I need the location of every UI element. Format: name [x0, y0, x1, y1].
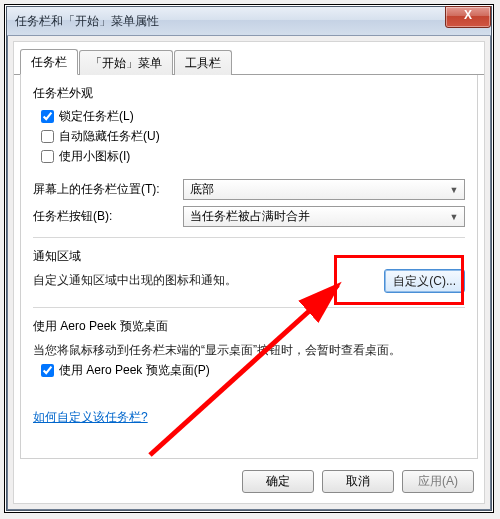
help-link[interactable]: 如何自定义该任务栏?: [33, 409, 148, 426]
window-title: 任务栏和「开始」菜单属性: [15, 13, 159, 30]
separator: [33, 307, 465, 308]
position-combo[interactable]: 底部 ▼: [183, 179, 465, 200]
buttons-label: 任务栏按钮(B):: [33, 208, 183, 225]
tab-start-menu[interactable]: 「开始」菜单: [79, 50, 173, 75]
autohide-checkbox[interactable]: [41, 130, 54, 143]
position-value: 底部: [190, 181, 214, 198]
tab-page-taskbar: 任务栏外观 锁定任务栏(L) 自动隐藏任务栏(U) 使用小图标(I) 屏幕上的任…: [20, 75, 478, 459]
small-icons-checkbox[interactable]: [41, 150, 54, 163]
autohide-row[interactable]: 自动隐藏任务栏(U): [41, 128, 465, 145]
small-icons-label: 使用小图标(I): [59, 148, 130, 165]
tab-strip: 任务栏 「开始」菜单 工具栏: [14, 48, 484, 75]
lock-taskbar-checkbox[interactable]: [41, 110, 54, 123]
group-aero-peek: 使用 Aero Peek 预览桌面 当您将鼠标移动到任务栏末端的“显示桌面”按钮…: [33, 318, 465, 379]
group-appearance-title: 任务栏外观: [33, 85, 465, 102]
buttons-combo[interactable]: 当任务栏被占满时合并 ▼: [183, 206, 465, 227]
buttons-row: 任务栏按钮(B): 当任务栏被占满时合并 ▼: [33, 206, 465, 227]
properties-dialog: 任务栏和「开始」菜单属性 X 任务栏 「开始」菜单 工具栏 任务栏外观 锁定任务…: [6, 6, 492, 511]
customize-button[interactable]: 自定义(C)...: [384, 269, 465, 293]
client-area: 任务栏 「开始」菜单 工具栏 任务栏外观 锁定任务栏(L) 自动隐藏任务栏(U)…: [13, 41, 485, 504]
aero-peek-desc: 当您将鼠标移动到任务栏末端的“显示桌面”按钮时，会暂时查看桌面。: [33, 341, 465, 359]
tab-toolbars[interactable]: 工具栏: [174, 50, 232, 75]
group-notification: 通知区域 自定义通知区域中出现的图标和通知。 自定义(C)...: [33, 248, 465, 293]
lock-taskbar-label: 锁定任务栏(L): [59, 108, 134, 125]
aero-peek-row[interactable]: 使用 Aero Peek 预览桌面(P): [41, 362, 465, 379]
notification-desc: 自定义通知区域中出现的图标和通知。 自定义(C)...: [33, 271, 465, 289]
chevron-down-icon: ▼: [446, 212, 462, 222]
notification-title: 通知区域: [33, 248, 465, 265]
cancel-button[interactable]: 取消: [322, 470, 394, 493]
lock-taskbar-row[interactable]: 锁定任务栏(L): [41, 108, 465, 125]
close-button[interactable]: X: [445, 6, 491, 28]
ok-button[interactable]: 确定: [242, 470, 314, 493]
apply-button[interactable]: 应用(A): [402, 470, 474, 493]
buttons-value: 当任务栏被占满时合并: [190, 208, 310, 225]
small-icons-row[interactable]: 使用小图标(I): [41, 148, 465, 165]
titlebar[interactable]: 任务栏和「开始」菜单属性 X: [7, 7, 491, 36]
group-appearance: 任务栏外观 锁定任务栏(L) 自动隐藏任务栏(U) 使用小图标(I): [33, 85, 465, 165]
position-label: 屏幕上的任务栏位置(T):: [33, 181, 183, 198]
autohide-label: 自动隐藏任务栏(U): [59, 128, 160, 145]
separator: [33, 237, 465, 238]
aero-peek-title: 使用 Aero Peek 预览桌面: [33, 318, 465, 335]
chevron-down-icon: ▼: [446, 185, 462, 195]
tab-taskbar[interactable]: 任务栏: [20, 49, 78, 75]
close-icon: X: [464, 8, 472, 22]
position-row: 屏幕上的任务栏位置(T): 底部 ▼: [33, 179, 465, 200]
aero-peek-checkbox[interactable]: [41, 364, 54, 377]
aero-peek-label: 使用 Aero Peek 预览桌面(P): [59, 362, 210, 379]
dialog-button-bar: 确定 取消 应用(A): [242, 470, 474, 493]
